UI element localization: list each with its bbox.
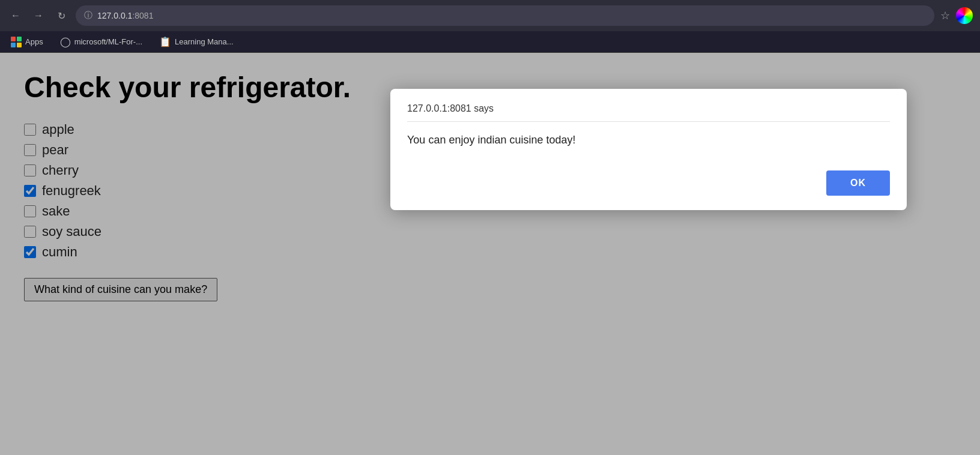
bookmark-apps-label: Apps xyxy=(25,37,43,46)
reload-button[interactable]: ↻ xyxy=(53,7,70,24)
address-text: 127.0.0.1:8081 xyxy=(97,11,153,20)
info-icon: ⓘ xyxy=(84,10,92,21)
bookmarks-bar: Apps ◯ microsoft/ML-For-... 📋 Learning M… xyxy=(0,31,980,53)
apps-grid-icon xyxy=(11,37,22,47)
dialog-message: You can enjoy indian cuisine today! xyxy=(407,134,890,146)
page-content: Check your refrigerator. apple pear cher… xyxy=(0,53,980,455)
dialog-title: 127.0.0.1:8081 says xyxy=(407,103,890,122)
bookmark-ml-repo[interactable]: ◯ microsoft/ML-For-... xyxy=(56,35,146,49)
bookmark-learning-label: Learning Mana... xyxy=(175,37,234,46)
browser-chrome: ← → ↻ ⓘ 127.0.0.1:8081 ☆ Apps ◯ micr xyxy=(0,0,980,53)
dialog-footer: OK xyxy=(407,170,890,196)
bookmark-learning[interactable]: 📋 Learning Mana... xyxy=(156,35,237,49)
toolbar-right: ☆ xyxy=(940,7,973,24)
browser-toolbar: ← → ↻ ⓘ 127.0.0.1:8081 ☆ xyxy=(0,0,980,31)
dialog-overlay: 127.0.0.1:8081 says You can enjoy indian… xyxy=(0,53,980,455)
learning-icon: 📋 xyxy=(159,36,171,47)
bookmark-ml-label: microsoft/ML-For-... xyxy=(74,37,142,46)
bookmark-star-icon[interactable]: ☆ xyxy=(940,9,950,22)
address-bar[interactable]: ⓘ 127.0.0.1:8081 xyxy=(76,5,934,26)
forward-button[interactable]: → xyxy=(30,7,47,24)
bookmark-apps[interactable]: Apps xyxy=(7,35,47,49)
profile-icon[interactable] xyxy=(956,7,973,24)
github-icon: ◯ xyxy=(60,36,71,47)
back-button[interactable]: ← xyxy=(7,7,24,24)
alert-dialog: 127.0.0.1:8081 says You can enjoy indian… xyxy=(390,89,907,210)
dialog-ok-button[interactable]: OK xyxy=(826,170,890,196)
